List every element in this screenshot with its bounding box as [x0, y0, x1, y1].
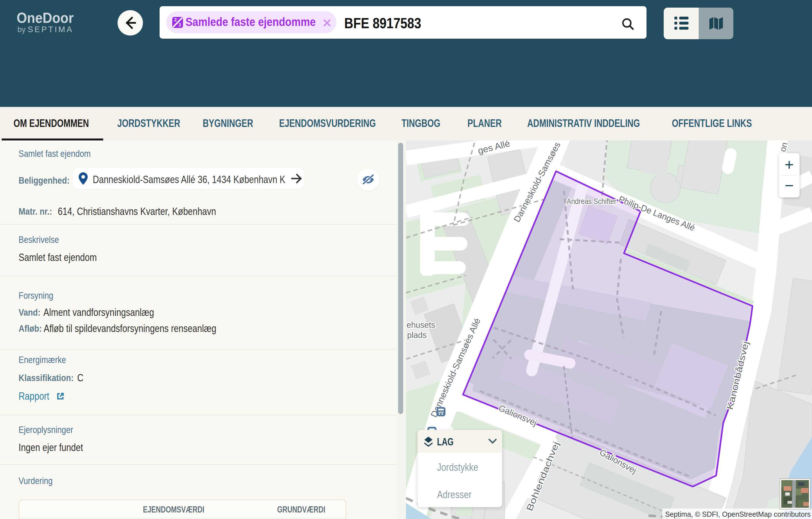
svg-text:2: 2 [174, 18, 177, 22]
svg-text:3: 3 [178, 23, 181, 27]
svg-text:ehusets: ehusets [407, 321, 435, 329]
svg-text:plads: plads [407, 331, 427, 339]
svg-text:Andreas Schifter: Andreas Schifter [567, 197, 616, 206]
